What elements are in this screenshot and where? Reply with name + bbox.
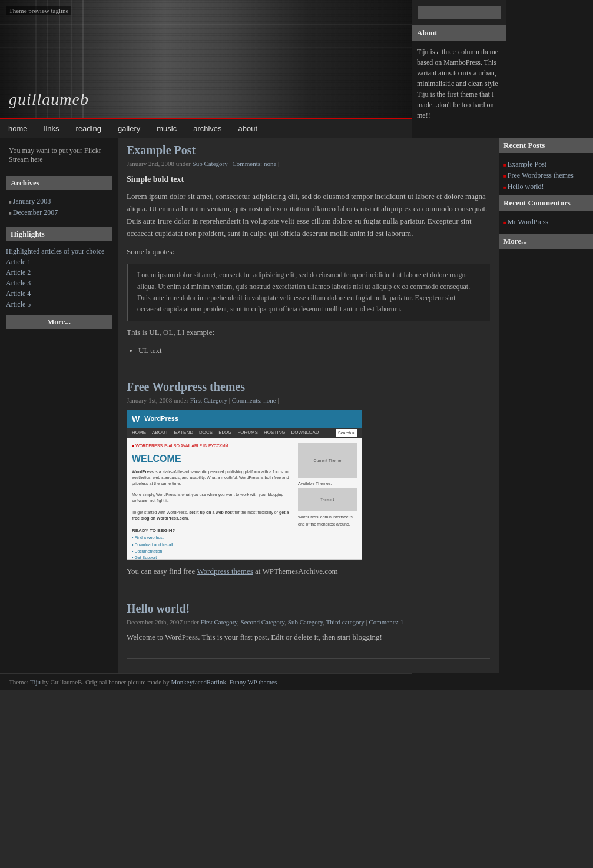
commentor-1[interactable]: Mr WordPress <box>508 218 548 226</box>
post-example: Example Post January 2nd, 2008 under Sub… <box>127 144 490 371</box>
recent-post-1[interactable]: Example Post <box>508 160 546 168</box>
archives-title: Archives <box>6 176 112 190</box>
recent-posts-section: Recent Posts Example Post Free Wordpress… <box>499 138 593 195</box>
highlights-title: Highlights <box>6 227 112 241</box>
post2-comments[interactable]: Comments: none <box>232 397 276 404</box>
wordpress-screenshot: W WordPress HOMEABOUTEXTENDDOCSBLOGFORUM… <box>127 410 362 560</box>
archives-section: Archives January 2008 December 2007 <box>6 176 112 221</box>
post3-body-text: Welcome to WordPress. This is your first… <box>127 631 490 644</box>
site-footer: Theme: Tiju by GuillaumeB. Original bann… <box>0 673 412 690</box>
post2-category[interactable]: First Category <box>190 397 227 404</box>
post-hello-world: Hello world! December 26th, 2007 under F… <box>127 602 490 659</box>
post1-para1: Lorem ipsum dolor sit amet, consectetur … <box>127 191 490 240</box>
recent-post-2[interactable]: Free Wordpress themes <box>508 171 574 179</box>
footer-theme-link[interactable]: Tiju <box>30 679 41 686</box>
list-item: Mr WordPress <box>503 217 588 228</box>
list-item: December 2007 <box>9 207 109 218</box>
post3-title-link[interactable]: Hello world! <box>127 602 190 615</box>
article5-link[interactable]: Article 5 <box>6 300 112 309</box>
article2-link[interactable]: Article 2 <box>6 268 112 277</box>
post1-list-label: This is UL, OL, LI example: <box>127 327 490 339</box>
article3-link[interactable]: Article 3 <box>6 279 112 288</box>
nav-home[interactable]: home <box>0 119 36 138</box>
left-more-button[interactable]: More... <box>6 315 112 329</box>
highlighted-articles-link[interactable]: Highlighted articles of your choice <box>6 247 112 256</box>
nav-about[interactable]: about <box>230 119 266 138</box>
post3-comments[interactable]: Comments: 1 <box>369 618 403 626</box>
post2-date: January 1st, 2008 <box>127 397 172 404</box>
post1-title: Example Post <box>127 144 490 157</box>
archive-jan2008[interactable]: January 2008 <box>13 197 51 205</box>
search-area <box>412 0 506 25</box>
post3-cat2[interactable]: Second Category <box>241 618 285 626</box>
post1-blockquote: Lorem ipsum dolor sit amet, consectetur … <box>127 264 490 321</box>
post3-cat1[interactable]: First Category <box>201 618 238 626</box>
about-section: About Tiju is a three-column theme based… <box>412 25 506 128</box>
post1-bold-heading: Simple bold text <box>127 173 490 186</box>
nav-reading[interactable]: reading <box>68 119 110 138</box>
post-wordpress-themes: Free Wordpress themes January 1st, 2008 … <box>127 380 490 593</box>
article4-link[interactable]: Article 4 <box>6 290 112 298</box>
flickr-text: You may want to put your Flickr Stream h… <box>6 144 112 167</box>
post3-title: Hello world! <box>127 602 490 616</box>
right-more-button[interactable]: More... <box>499 234 593 249</box>
post2-meta: January 1st, 2008 under First Category |… <box>127 397 490 404</box>
nav-gallery[interactable]: gallery <box>110 119 148 138</box>
nav-links[interactable]: links <box>36 119 68 138</box>
nav-music[interactable]: music <box>148 119 185 138</box>
footer-pic-link[interactable]: MonkeyfacedRatfink <box>171 679 226 686</box>
site-tagline: Theme preview tagline <box>6 6 71 15</box>
site-title: guillaumeb <box>9 90 89 109</box>
list-item: Example Post <box>503 159 588 170</box>
main-nav: home links reading gallery music archive… <box>0 118 412 138</box>
footer-funny-themes[interactable]: Funny WP themes <box>230 679 277 686</box>
post3-body: Welcome to WordPress. This is your first… <box>127 631 490 644</box>
post3-cat4[interactable]: Third category <box>326 618 365 626</box>
list-item: UL text <box>138 345 490 357</box>
post1-meta: January 2nd, 2008 under Sub Category | C… <box>127 160 490 167</box>
archive-dec2007[interactable]: December 2007 <box>13 208 58 217</box>
post1-bquote-label: Some b-quotes: <box>127 246 490 258</box>
post2-title: Free Wordpress themes <box>127 380 490 394</box>
post2-body: W WordPress HOMEABOUTEXTENDDOCSBLOGFORUM… <box>127 410 490 578</box>
wordpress-themes-link[interactable]: Wordpress themes <box>197 567 253 576</box>
post1-title-link[interactable]: Example Post <box>127 144 196 157</box>
nav-archives[interactable]: archives <box>185 119 230 138</box>
list-item: Hello world! <box>503 181 588 192</box>
list-item: January 2008 <box>9 196 109 207</box>
post3-date: December 26th, 2007 <box>127 618 183 626</box>
about-title: About <box>412 25 506 41</box>
recent-post-3[interactable]: Hello world! <box>508 182 544 191</box>
post1-body: Simple bold text Lorem ipsum dolor sit a… <box>127 173 490 357</box>
recent-commentors-title: Recent Commentors <box>499 195 593 211</box>
recent-posts-title: Recent Posts <box>499 138 593 153</box>
post2-title-link[interactable]: Free Wordpress themes <box>127 380 245 393</box>
recent-commentors-section: Recent Commentors Mr WordPress <box>499 195 593 231</box>
site-header: Theme preview tagline guillaumeb <box>0 0 412 118</box>
about-text: Tiju is a three-column theme based on Ma… <box>417 46 502 121</box>
post1-category[interactable]: Sub Category <box>193 160 228 167</box>
post1-comments[interactable]: Comments: none <box>232 160 276 167</box>
list-item: Free Wordpress themes <box>503 170 588 181</box>
post1-date: January 2nd, 2008 <box>127 160 174 167</box>
post2-body-text: You can easy find free Wordpress themes … <box>127 566 490 578</box>
article1-link[interactable]: Article 1 <box>6 258 112 267</box>
highlights-section: Highlights Highlighted articles of your … <box>6 227 112 329</box>
post3-meta: December 26th, 2007 under First Category… <box>127 618 490 626</box>
post3-cat3[interactable]: Sub Category <box>288 618 323 626</box>
search-input[interactable] <box>418 6 501 19</box>
